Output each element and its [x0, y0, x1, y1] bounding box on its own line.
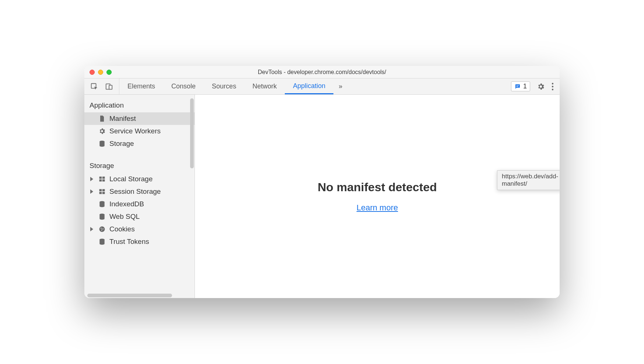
grid-icon: [98, 188, 106, 195]
tab-overflow[interactable]: »: [333, 78, 347, 94]
chevron-right-icon: [90, 177, 93, 181]
sidebar-item-local-storage[interactable]: Local Storage: [84, 173, 195, 185]
maximize-window-button[interactable]: [106, 70, 112, 75]
sidebar-item-label: Session Storage: [109, 188, 161, 196]
chat-icon: [514, 83, 521, 90]
svg-rect-13: [99, 189, 102, 191]
manifest-panel: No manifest detected Learn more https://…: [195, 95, 560, 298]
minimize-window-button[interactable]: [98, 70, 103, 75]
tab-sources[interactable]: Sources: [204, 78, 244, 94]
window-controls: [84, 70, 112, 75]
panel-tabbar: Elements Console Sources Network Applica…: [84, 78, 560, 95]
vertical-scrollbar-thumb[interactable]: [190, 98, 194, 168]
sidebar-item-session-storage[interactable]: Session Storage: [84, 185, 195, 198]
inspect-icon[interactable]: [90, 83, 98, 91]
svg-point-22: [101, 230, 102, 231]
database-icon: [98, 140, 106, 147]
issues-count: 1: [523, 83, 527, 90]
tab-elements[interactable]: Elements: [119, 78, 163, 94]
cookie-icon: [98, 225, 106, 233]
sidebar-item-label: Cookies: [109, 225, 135, 233]
sidebar-item-label: IndexedDB: [109, 200, 144, 208]
sidebar-item-indexeddb[interactable]: IndexedDB: [84, 198, 195, 210]
section-title-application: Application: [84, 98, 195, 112]
sidebar-item-label: Storage: [109, 140, 134, 148]
database-icon: [98, 213, 106, 220]
file-icon: [98, 115, 106, 122]
grid-icon: [98, 175, 106, 183]
devtools-window: DevTools - developer.chrome.com/docs/dev…: [84, 66, 560, 298]
horizontal-scrollbar-thumb[interactable]: [87, 294, 172, 297]
svg-point-6: [552, 85, 553, 87]
kebab-menu-icon[interactable]: [552, 83, 554, 91]
svg-rect-14: [102, 189, 105, 191]
sidebar-item-label: Service Workers: [109, 127, 161, 135]
titlebar: DevTools - developer.chrome.com/docs/dev…: [84, 66, 560, 78]
svg-point-21: [102, 228, 104, 230]
sidebar-item-trust-tokens[interactable]: Trust Tokens: [84, 235, 195, 248]
application-sidebar: Application Manifest Service Workers: [84, 95, 195, 298]
close-window-button[interactable]: [90, 70, 95, 75]
window-title: DevTools - developer.chrome.com/docs/dev…: [84, 69, 560, 76]
svg-point-7: [552, 88, 553, 90]
tab-application[interactable]: Application: [285, 78, 333, 94]
sidebar-item-manifest[interactable]: Manifest: [84, 112, 195, 125]
chevron-right-icon: [90, 227, 93, 231]
svg-rect-12: [102, 179, 105, 182]
section-title-storage: Storage: [84, 159, 195, 173]
sidebar-item-label: Manifest: [109, 115, 136, 123]
sidebar-item-storage-summary[interactable]: Storage: [84, 137, 195, 150]
svg-rect-3: [516, 85, 519, 86]
svg-point-5: [552, 83, 553, 84]
sidebar-item-cookies[interactable]: Cookies: [84, 223, 195, 235]
issues-badge[interactable]: 1: [511, 81, 530, 91]
svg-rect-2: [109, 85, 112, 89]
svg-rect-15: [99, 192, 102, 194]
svg-rect-11: [99, 179, 102, 182]
tab-console[interactable]: Console: [163, 78, 204, 94]
chevron-right-icon: [90, 189, 93, 194]
svg-point-20: [101, 228, 102, 229]
panel-body: Application Manifest Service Workers: [84, 95, 560, 298]
svg-rect-9: [99, 176, 102, 179]
sidebar-item-label: Local Storage: [109, 175, 153, 183]
link-tooltip: https://web.dev/add-manifest/: [497, 170, 560, 190]
learn-more-link[interactable]: Learn more: [357, 203, 398, 213]
svg-rect-16: [102, 192, 105, 194]
sidebar-item-label: Web SQL: [109, 213, 140, 221]
sidebar-item-websql[interactable]: Web SQL: [84, 210, 195, 223]
database-icon: [98, 238, 106, 245]
sidebar-item-service-workers[interactable]: Service Workers: [84, 125, 195, 137]
sidebar-item-label: Trust Tokens: [109, 238, 149, 246]
device-toggle-icon[interactable]: [105, 83, 113, 91]
svg-point-19: [99, 227, 105, 232]
database-icon: [98, 200, 106, 208]
svg-rect-4: [516, 86, 518, 87]
svg-rect-10: [102, 176, 105, 179]
panel-tabs: Elements Console Sources Network Applica…: [119, 78, 347, 94]
manifest-heading: No manifest detected: [318, 181, 437, 194]
settings-icon[interactable]: [537, 83, 545, 91]
gear-icon: [98, 127, 106, 135]
tab-network[interactable]: Network: [244, 78, 285, 94]
